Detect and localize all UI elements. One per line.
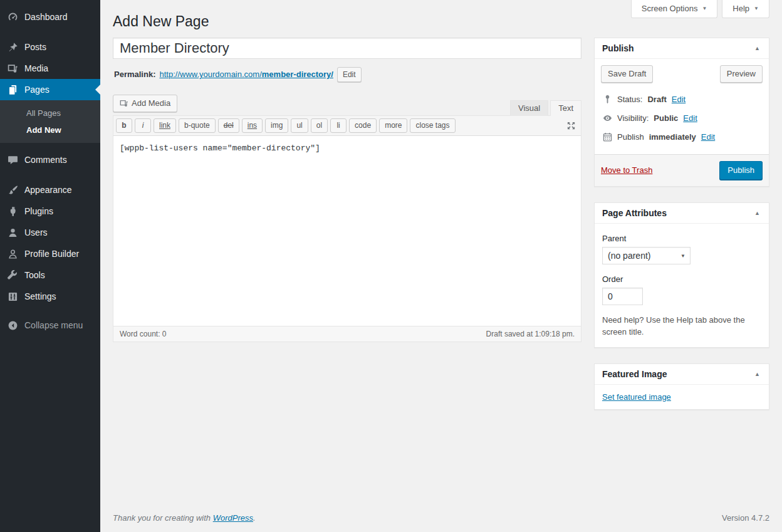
sidebar-item-tools[interactable]: Tools [0,264,100,286]
visibility-value: Public [654,113,678,123]
edit-status-link[interactable]: Edit [672,95,686,104]
sidebar-item-all-pages[interactable]: All Pages [0,105,100,122]
wrench-icon [7,269,18,281]
main-content: Screen Options ▼ Help ▼ Add New Page Per… [100,0,782,532]
editor-status-bar: Word count: 0 Draft saved at 1:09:18 pm. [113,326,581,342]
wordpress-link[interactable]: WordPress [213,513,253,523]
collapse-arrow-icon[interactable]: ▲ [753,371,761,377]
quicktag-link-button[interactable]: link [154,118,176,133]
sidebar-item-appearance[interactable]: Appearance [0,179,100,201]
schedule-value: immediately [649,132,696,142]
permalink-row: Permalink: http://www.yourdomain.com/mem… [114,67,581,82]
preview-button[interactable]: Preview [720,65,763,83]
sidebar-item-profile-builder[interactable]: Profile Builder [0,243,100,264]
sidebar-item-plugins[interactable]: Plugins [0,201,100,222]
quicktag-img-button[interactable]: img [265,118,288,133]
chevron-down-icon: ▼ [754,6,759,11]
sidebar-item-label: Media [24,63,48,73]
media-icon [120,99,128,108]
quicktag-blockquote-button[interactable]: b-quote [179,118,216,133]
save-draft-button[interactable]: Save Draft [601,65,653,83]
footer-thanks: Thank you for creating with WordPress. [113,513,256,523]
screen-options-button[interactable]: Screen Options ▼ [631,0,718,18]
editor-mode-tabs: Visual Text [510,100,581,115]
parent-select[interactable]: (no parent) [602,247,691,264]
post-title-input[interactable] [113,38,581,59]
sidebar-item-add-new[interactable]: Add New [0,122,100,138]
sidebar-item-collapse-menu[interactable]: Collapse menu [0,315,100,336]
admin-sidebar: Dashboard Posts Media Pages All Pages Ad… [0,0,100,532]
editor-tools: Add Media Visual Text [113,95,581,115]
sidebar-item-users[interactable]: Users [0,222,100,243]
collapse-arrow-icon[interactable]: ▲ [753,210,761,216]
quicktag-italic-button[interactable]: i [135,118,151,133]
sidebar-item-pages[interactable]: Pages [0,79,100,100]
quicktag-code-button[interactable]: code [349,118,377,133]
sidebar-item-label: Collapse menu [24,320,83,330]
word-count-value: 0 [162,330,167,338]
quicktag-ol-button[interactable]: ol [311,118,328,133]
add-media-label: Add Media [132,98,170,108]
visibility-row: Visibility: Public Edit [602,109,761,128]
permalink-base: http://www.yourdomain.com/ [159,70,261,79]
sidebar-item-label: Pages [24,85,50,95]
sidebar-item-dashboard[interactable]: Dashboard [0,6,100,28]
status-label: Status: [617,95,642,104]
edit-schedule-link[interactable]: Edit [701,132,715,142]
sidebar-item-label: Tools [24,270,45,280]
fullscreen-icon[interactable] [566,121,576,130]
tab-visual[interactable]: Visual [510,100,548,116]
help-button[interactable]: Help ▼ [722,0,769,18]
permalink-link[interactable]: http://www.yourdomain.com/member-directo… [159,70,333,79]
featured-image-body: Set featured image [595,385,769,409]
quicktag-close-tags-button[interactable]: close tags [410,118,455,133]
pin-icon [602,95,612,105]
permalink-label: Permalink: [114,70,155,79]
quicktag-del-button[interactable]: del [218,118,239,133]
sidebar-item-label: Profile Builder [24,249,79,259]
help-label: Help [732,4,749,13]
post-content-textarea[interactable]: [wppb-list-users name="member-directory"… [113,136,581,326]
draft-saved-status: Draft saved at 1:09:18 pm. [486,330,575,338]
edit-visibility-link[interactable]: Edit [683,113,697,123]
set-featured-image-link[interactable]: Set featured image [602,392,671,402]
sidebar-item-comments[interactable]: Comments [0,149,100,170]
word-count-label: Word count: [120,330,160,338]
page-attributes-help-text: Need help? Use the Help tab above the sc… [602,314,761,338]
page-attributes-header[interactable]: Page Attributes ▲ [595,203,769,224]
publish-box-title: Publish [602,43,634,53]
quicktags-toolbar: b i link b-quote del ins img ul ol li co… [113,116,581,136]
parent-label: Parent [602,234,761,243]
featured-image-header[interactable]: Featured Image ▲ [595,364,769,385]
status-row: Status: Draft Edit [602,90,761,109]
sidebar-item-label: Users [24,227,48,237]
footer-thanks-suffix: . [253,513,256,523]
quicktag-li-button[interactable]: li [330,118,347,133]
misc-publishing-actions: Status: Draft Edit Visibility: Public Ed… [595,89,769,154]
sidebar-item-settings[interactable]: Settings [0,286,100,307]
pages-icon [7,84,18,95]
featured-image-box: Featured Image ▲ Set featured image [594,363,769,410]
featured-image-title: Featured Image [602,369,667,379]
quicktag-ul-button[interactable]: ul [291,118,308,133]
tab-text[interactable]: Text [550,100,581,116]
editor-container: b i link b-quote del ins img ul ol li co… [113,115,581,342]
calendar-icon [602,132,612,142]
admin-wrap: Dashboard Posts Media Pages All Pages Ad… [0,0,782,532]
edit-permalink-button[interactable]: Edit [337,67,362,82]
collapse-arrow-icon[interactable]: ▲ [753,45,761,51]
sidebar-item-media[interactable]: Media [0,58,100,79]
quicktag-ins-button[interactable]: ins [242,118,263,133]
publish-button[interactable]: Publish [719,161,763,180]
move-to-trash-link[interactable]: Move to Trash [601,165,652,175]
schedule-label: Publish [617,132,644,142]
sidebar-item-label: Plugins [24,206,53,216]
quicktag-bold-button[interactable]: b [116,118,132,133]
sidebar-item-posts[interactable]: Posts [0,36,100,58]
publish-box-header[interactable]: Publish ▲ [595,38,769,59]
add-media-button[interactable]: Add Media [113,95,177,112]
dashboard-icon [7,11,18,23]
quicktag-more-button[interactable]: more [379,118,407,133]
order-label: Order [602,274,761,284]
order-input[interactable] [602,288,643,305]
